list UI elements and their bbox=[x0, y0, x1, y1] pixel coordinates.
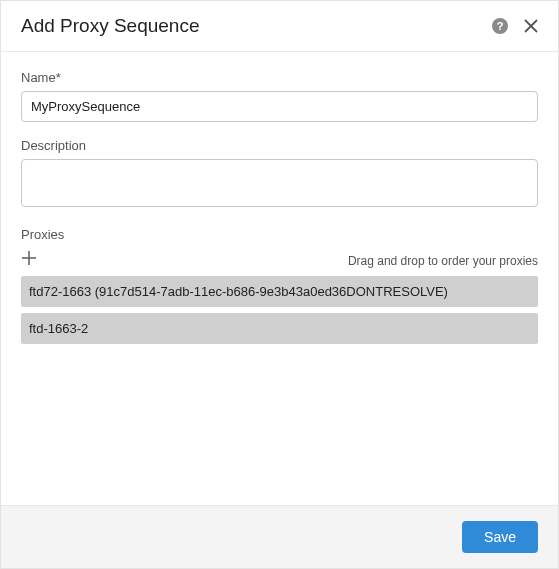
help-icon[interactable]: ? bbox=[492, 18, 508, 34]
proxy-item[interactable]: ftd72-1663 (91c7d514-7adb-11ec-b686-9e3b… bbox=[21, 276, 538, 307]
proxies-toolbar: Drag and drop to order your proxies bbox=[21, 246, 538, 272]
description-input[interactable] bbox=[21, 159, 538, 207]
proxy-item[interactable]: ftd-1663-2 bbox=[21, 313, 538, 344]
proxies-section: Proxies Drag and drop to order your prox… bbox=[21, 227, 538, 344]
name-label: Name* bbox=[21, 70, 538, 85]
drag-hint-text: Drag and drop to order your proxies bbox=[348, 254, 538, 268]
add-proxy-icon[interactable] bbox=[21, 250, 39, 268]
proxies-label: Proxies bbox=[21, 227, 538, 242]
description-label: Description bbox=[21, 138, 538, 153]
save-button[interactable]: Save bbox=[462, 521, 538, 553]
dialog-content: Name* Description Proxies Drag and drop … bbox=[1, 52, 558, 505]
close-icon[interactable] bbox=[522, 17, 540, 35]
dialog-title: Add Proxy Sequence bbox=[21, 15, 492, 37]
name-field-block: Name* bbox=[21, 70, 538, 122]
header-icons: ? bbox=[492, 17, 540, 35]
name-input[interactable] bbox=[21, 91, 538, 122]
dialog-footer: Save bbox=[1, 505, 558, 568]
proxy-list: ftd72-1663 (91c7d514-7adb-11ec-b686-9e3b… bbox=[21, 276, 538, 344]
description-field-block: Description bbox=[21, 138, 538, 211]
add-proxy-sequence-dialog: Add Proxy Sequence ? Name* Description P… bbox=[0, 0, 559, 569]
dialog-header: Add Proxy Sequence ? bbox=[1, 1, 558, 52]
